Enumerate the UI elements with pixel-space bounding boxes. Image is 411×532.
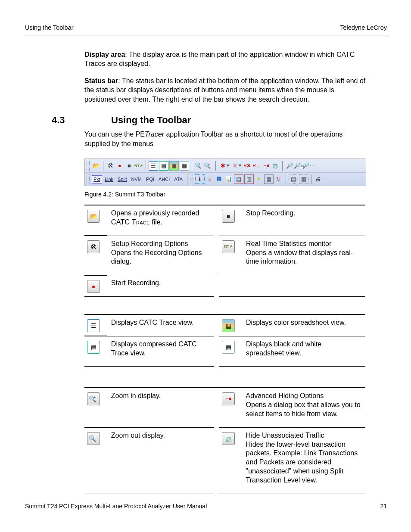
desc-color-spreadsheet: Displays color spreadsheet view. [242,314,365,336]
footer-left: Summit T24 PCI Express Multi-Lane Protoc… [25,502,207,510]
section-title: Using the Toolbar [111,114,191,127]
level-ata: ATA [172,175,184,184]
rt-stats-icon: RT↗ [134,162,143,170]
tool2-9-icon: ↻ [274,175,283,184]
tool2-12-icon: 🖨 [314,175,323,184]
level-nvm: NVM [130,175,143,184]
header-left: Using the Toolbar [25,24,74,32]
rt-stats-button-icon: RT↗ [222,240,235,253]
desc-open: Opens a previously recorded CATC Trace f… [107,205,215,236]
find-icon: 🔎 [285,162,294,170]
tool2-2-icon: ⏚ [206,175,214,184]
tool2-4-icon: 📊 [224,175,233,184]
stop-button-icon: ■ [222,210,235,223]
hide-options-1-icon: ✱ [218,162,227,170]
toolbar-description-table-2: ☰ Displays CATC Trace view. ▦ Displays c… [84,314,365,367]
desc-stop: Stop Recording. [242,205,365,236]
tool2-7-icon: ✦ [255,175,263,184]
desc-bw-spreadsheet: Displays black and white spreadsheet vie… [242,336,365,367]
paragraph-status-bar: Status bar: The status bar is located at… [84,76,367,104]
bw-spreadsheet-icon: ▦ [180,161,189,171]
level-split: Split [116,175,128,184]
desc-zoom-out: Zoom out display. [107,427,214,494]
level-link: Link [103,175,115,184]
catc-trace-view-icon: ☰ [149,161,158,171]
desc-start-rec: Start Recording. [107,275,215,297]
tool2-1-icon: ℹ [195,174,205,184]
setup-rec-button-icon: 🛠 [87,240,100,253]
footer-page-number: 21 [380,502,387,510]
figure-caption: Figure 4.2: Summit T3 Toolbar [84,190,387,199]
header-right: Teledyne LeCroy [340,24,387,32]
tool2-8-icon: ▦ [264,174,274,184]
catc-trace-view-button-icon: ☰ [87,319,100,332]
level-pkt: Pkt [92,175,102,184]
desc-rt-stats: Real Time Statistics monitorOpens a wind… [242,236,365,275]
hiding-options-button-icon: ⋯✖ [222,392,235,405]
color-spreadsheet-icon: ▦ [169,161,179,171]
zoom-in-button-icon: 🔍+ [87,392,100,405]
tool2-11-icon: ▥ [299,174,308,184]
tool2-6-icon: ▥ [244,174,254,184]
bw-spreadsheet-button-icon: ▦ [222,341,235,354]
level-ahci: AHCI [157,175,171,184]
hide-unassociated-icon: ▧ [271,162,280,170]
open-button-icon: 📂 [87,210,100,223]
color-spreadsheet-button-icon: ▦ [222,319,235,332]
zoom-out-button-icon: 🔍− [87,432,100,445]
tool2-3-icon: 🖪 [215,175,224,184]
find-all-icon: 🔎⋯ [304,162,313,170]
zoom-out-icon: 🔍− [204,162,213,170]
paragraph-display-area: Display area: The display area is the ma… [84,50,367,68]
record-icon: ● [115,162,124,170]
desc-zoom-in: Zoom in display. [107,388,214,427]
stop-icon: ■ [125,162,134,170]
compressed-trace-button-icon: ▤ [87,341,100,354]
hide-match-icon: R✖ [243,162,251,170]
level-pqi: PQI [144,175,156,184]
desc-setup-rec: Setup Recording OptionsOpens the Recordi… [107,236,215,275]
toolbar-description-table-3: 🔍+ Zoom in display. ⋯✖ Advanced Hiding O… [84,387,365,494]
open-icon: 📂 [92,162,100,170]
tool2-5-icon: ▤ [234,174,243,184]
desc-compressed-view: Displays compressed CATC Trace view. [107,336,215,367]
desc-hiding-options: Advanced Hiding OptionsOpens a dialog bo… [242,388,365,427]
desc-hide-unassociated: Hide Unassociated TrafficHides the lower… [242,427,365,494]
zoom-in-icon: 🔍+ [195,162,203,170]
hide-replace-icon: R↔ [252,162,261,170]
compressed-trace-view-icon: ▤ [159,161,168,171]
hide-options-2-icon: ✱ [230,162,239,170]
paragraph-intro: You can use the PETracer application Too… [84,130,367,148]
desc-catc-view: Displays CATC Trace view. [107,314,215,336]
section-number: 4.3 [52,114,111,127]
setup-recording-icon: 🛠 [106,162,115,170]
hiding-options-icon: ⋯✖ [262,162,270,170]
tool2-10-icon: ▤ [289,174,298,184]
figure-toolbar: 📂 🛠 ● ■ RT↗ ☰ ▤ ▦ ▦ 🔍+ 🔍− ✱ ✱ R✖ R↔ ⋯✖ [84,159,387,186]
toolbar-description-table-1: 📂 Opens a previously recorded CATC Trace… [84,205,365,297]
record-button-icon: ● [87,280,100,293]
hide-unassociated-button-icon: ▧ [222,432,235,445]
